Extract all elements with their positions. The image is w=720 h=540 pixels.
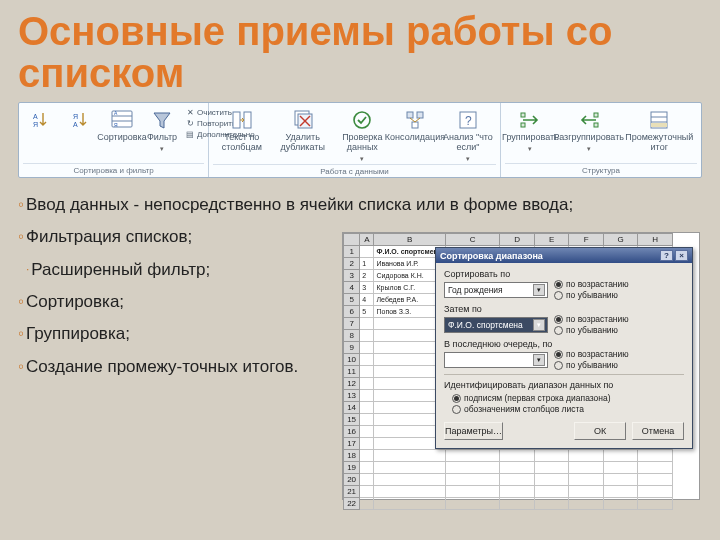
sort3-desc-radio[interactable]: по убыванию [554,360,629,370]
cell[interactable] [360,402,374,414]
row-header[interactable]: 3 [344,270,360,282]
consolidate-button[interactable]: Консолидация [392,107,438,145]
cell[interactable] [603,462,638,474]
cell[interactable]: 5 [360,306,374,318]
cell[interactable] [569,462,604,474]
cell[interactable] [569,450,604,462]
subtotal-button[interactable]: Промежуточный итог [622,107,697,155]
cell[interactable] [445,450,499,462]
cell[interactable] [374,498,445,510]
text-to-columns-button[interactable]: Текст по столбцам [213,107,271,155]
cell[interactable]: 4 [360,294,374,306]
row-header[interactable]: 15 [344,414,360,426]
cell[interactable] [360,366,374,378]
cell[interactable] [500,462,535,474]
row-header[interactable]: 7 [344,318,360,330]
cell[interactable] [603,450,638,462]
ident-captions-radio[interactable]: подписям (первая строка диапазона) [452,393,684,403]
row-header[interactable]: 13 [344,390,360,402]
data-validation-button[interactable]: Проверка данных ▾ [335,107,390,164]
sort-by-combo[interactable]: Год рождения ▾ [444,282,548,298]
last-by-combo[interactable]: ▾ [444,352,548,368]
cell[interactable] [638,450,673,462]
cell[interactable] [360,390,374,402]
cell[interactable] [638,498,673,510]
cell[interactable] [360,246,374,258]
cell[interactable] [445,486,499,498]
cell[interactable]: 3 [360,282,374,294]
cell[interactable] [360,486,374,498]
chevron-down-icon[interactable]: ▾ [533,284,545,296]
cell[interactable] [360,318,374,330]
row-header[interactable]: 16 [344,426,360,438]
sort3-asc-radio[interactable]: по возрастанию [554,349,629,359]
chevron-down-icon[interactable]: ▾ [533,319,545,331]
cell[interactable] [360,474,374,486]
column-header[interactable]: H [638,234,673,246]
cell[interactable]: 1 [360,258,374,270]
dialog-help-button[interactable]: ? [660,250,673,261]
row-header[interactable]: 1 [344,246,360,258]
filter-button[interactable]: Фильтр ▾ [143,107,181,155]
column-header[interactable]: G [603,234,638,246]
sort2-desc-radio[interactable]: по убыванию [554,325,629,335]
cell[interactable] [603,474,638,486]
cell[interactable] [360,354,374,366]
chevron-down-icon[interactable]: ▾ [533,354,545,366]
cell[interactable] [445,474,499,486]
cell[interactable] [445,498,499,510]
then-by-combo[interactable]: Ф.И.О. спортсмена ▾ [444,317,548,333]
cell[interactable] [569,474,604,486]
row-header[interactable]: 5 [344,294,360,306]
row-header[interactable]: 10 [344,354,360,366]
cell[interactable] [534,498,569,510]
cell[interactable] [638,486,673,498]
cancel-button[interactable]: Отмена [632,422,684,440]
dialog-titlebar[interactable]: Сортировка диапазона ? × [436,248,692,263]
sort1-desc-radio[interactable]: по убыванию [554,290,629,300]
cell[interactable] [569,498,604,510]
cell[interactable] [500,486,535,498]
cell[interactable] [500,474,535,486]
sort-za-button[interactable]: ЯA [63,107,101,133]
cell[interactable] [360,462,374,474]
row-header[interactable]: 14 [344,402,360,414]
whatif-analysis-button[interactable]: ? Анализ "что если" ▾ [440,107,496,164]
ident-columns-radio[interactable]: обозначениям столбцов листа [452,404,684,414]
row-header[interactable]: 12 [344,378,360,390]
cell[interactable] [603,498,638,510]
group-button[interactable]: Группировать ▾ [505,107,556,155]
sort-az-button[interactable]: AЯ [23,107,61,133]
row-header[interactable]: 18 [344,450,360,462]
row-header[interactable]: 2 [344,258,360,270]
cell[interactable] [374,486,445,498]
cell[interactable] [374,450,445,462]
row-header[interactable]: 22 [344,498,360,510]
cell[interactable] [638,474,673,486]
column-header[interactable]: D [500,234,535,246]
row-header[interactable]: 21 [344,486,360,498]
row-header[interactable]: 8 [344,330,360,342]
remove-duplicates-button[interactable]: Удалить дубликаты [273,107,333,155]
params-button[interactable]: Параметры… [444,422,503,440]
cell[interactable] [534,462,569,474]
row-header[interactable]: 9 [344,342,360,354]
column-header[interactable]: F [569,234,604,246]
sort1-asc-radio[interactable]: по возрастанию [554,279,629,289]
cell[interactable] [638,462,673,474]
cell[interactable] [500,498,535,510]
row-header[interactable]: 19 [344,462,360,474]
column-header[interactable]: C [445,234,499,246]
cell[interactable] [360,378,374,390]
cell[interactable] [360,342,374,354]
sort-button[interactable]: AЯ Сортировка [103,107,141,145]
column-header[interactable]: A [360,234,374,246]
cell[interactable] [569,486,604,498]
column-header[interactable]: E [534,234,569,246]
cell[interactable] [360,426,374,438]
sort2-asc-radio[interactable]: по возрастанию [554,314,629,324]
column-header[interactable]: B [374,234,445,246]
ungroup-button[interactable]: Разгруппировать ▾ [558,107,620,155]
cell[interactable] [374,474,445,486]
row-header[interactable]: 6 [344,306,360,318]
